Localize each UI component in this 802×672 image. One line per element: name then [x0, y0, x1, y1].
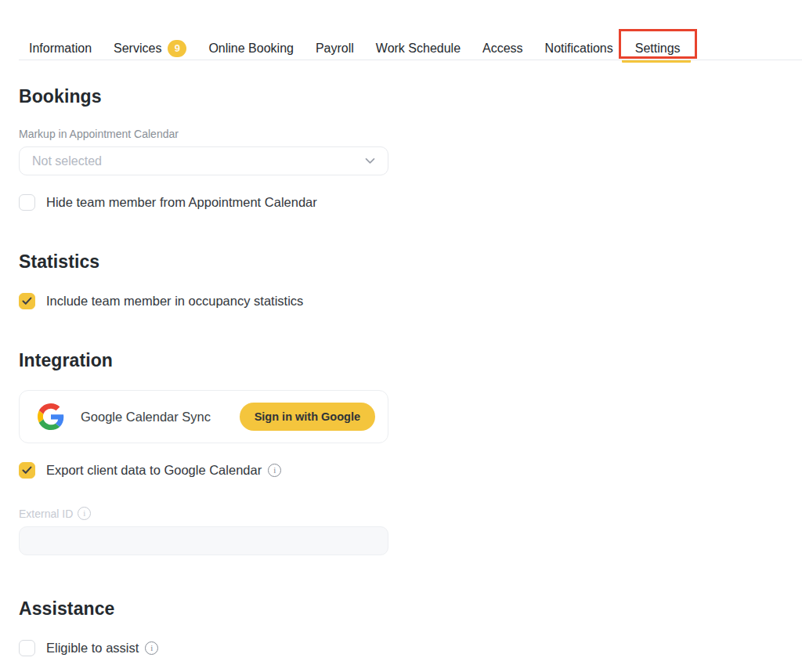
export-client-data-row[interactable]: Export client data to Google Calendar i: [19, 462, 388, 479]
bookings-section-title: Bookings: [19, 86, 388, 107]
google-logo-icon: [38, 403, 64, 430]
tab-label: Settings: [635, 42, 681, 56]
tab-label: Notifications: [545, 42, 613, 56]
tab-services[interactable]: Services 9: [114, 31, 186, 60]
tab-label: Payroll: [316, 42, 354, 56]
sign-in-with-google-button[interactable]: Sign in with Google: [240, 403, 375, 431]
tab-notifications[interactable]: Notifications: [545, 31, 613, 60]
checkmark-icon: [22, 466, 32, 475]
tab-label: Services: [114, 42, 161, 56]
tab-label: Information: [29, 42, 92, 56]
checkbox-label-text: Export client data to Google Calendar: [46, 463, 262, 478]
external-id-label-text: External ID: [19, 508, 73, 520]
info-icon[interactable]: i: [268, 464, 281, 477]
chevron-down-icon: [365, 157, 375, 164]
tab-bar: Information Services 9 Online Booking Pa…: [0, 0, 802, 60]
hide-team-member-checkbox[interactable]: [19, 194, 35, 211]
tab-label: Work Schedule: [376, 42, 461, 56]
assistance-section-title: Assistance: [19, 598, 388, 620]
checkbox-label: Eligible to assist i: [46, 641, 158, 656]
tab-payroll[interactable]: Payroll: [316, 31, 354, 60]
integration-section-title: Integration: [19, 350, 388, 371]
occupancy-statistics-row[interactable]: Include team member in occupancy statist…: [19, 293, 388, 309]
select-value: Not selected: [32, 154, 365, 168]
checkmark-icon: [22, 297, 32, 305]
tab-work-schedule[interactable]: Work Schedule: [376, 31, 461, 60]
eligible-to-assist-row[interactable]: Eligible to assist i: [19, 640, 388, 656]
export-client-data-checkbox[interactable]: [19, 462, 35, 479]
google-calendar-sync-label: Google Calendar Sync: [81, 410, 211, 425]
markup-calendar-label: Markup in Appointment Calendar: [19, 128, 388, 140]
occupancy-statistics-checkbox[interactable]: [19, 293, 35, 309]
tab-online-booking[interactable]: Online Booking: [208, 31, 294, 60]
eligible-to-assist-checkbox[interactable]: [19, 640, 35, 656]
tab-information[interactable]: Information: [29, 31, 92, 60]
settings-panel: Bookings Markup in Appointment Calendar …: [0, 86, 407, 656]
checkbox-label: Export client data to Google Calendar i: [46, 463, 281, 478]
tab-label: Online Booking: [208, 42, 294, 56]
external-id-label: External ID i: [19, 507, 388, 520]
statistics-section-title: Statistics: [19, 251, 388, 273]
active-tab-underline: [622, 60, 691, 63]
hide-team-member-row[interactable]: Hide team member from Appointment Calend…: [19, 194, 388, 211]
markup-calendar-select[interactable]: Not selected: [19, 146, 388, 175]
checkbox-label: Include team member in occupancy statist…: [46, 294, 303, 309]
services-count-badge: 9: [168, 40, 186, 57]
checkbox-label: Hide team member from Appointment Calend…: [46, 195, 317, 210]
info-icon[interactable]: i: [78, 507, 91, 520]
tab-access[interactable]: Access: [482, 31, 523, 60]
google-calendar-sync-card: Google Calendar Sync Sign in with Google: [19, 390, 388, 443]
info-icon[interactable]: i: [145, 641, 158, 655]
external-id-input[interactable]: [19, 526, 388, 555]
tab-label: Access: [482, 42, 523, 56]
tab-settings[interactable]: Settings: [635, 31, 681, 60]
checkbox-label-text: Eligible to assist: [46, 641, 139, 656]
